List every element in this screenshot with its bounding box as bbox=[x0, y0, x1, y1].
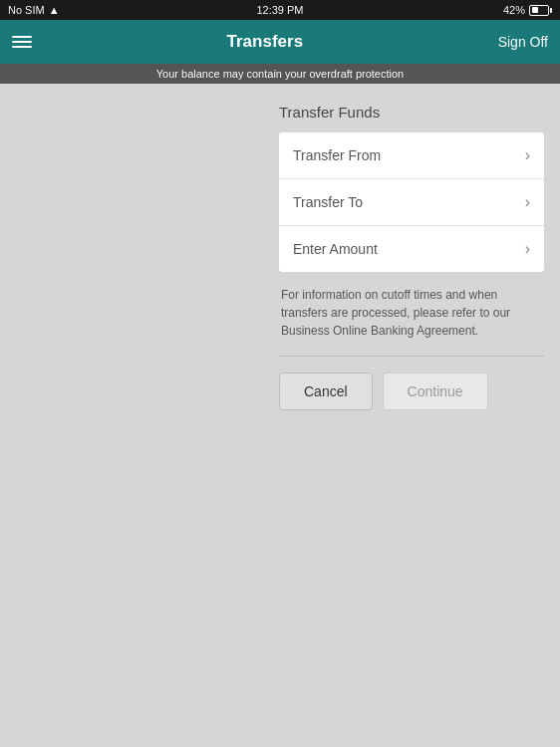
continue-button[interactable]: Continue bbox=[383, 373, 488, 410]
notification-bar: Your balance may contain your overdraft … bbox=[0, 64, 560, 84]
divider bbox=[279, 356, 544, 357]
status-bar-left: No SIM ▲ bbox=[8, 4, 60, 16]
sign-off-button[interactable]: Sign Off bbox=[498, 34, 548, 50]
transfer-to-label: Transfer To bbox=[293, 194, 363, 210]
page-title: Transfers bbox=[227, 32, 304, 52]
transfer-form-card: Transfer From › Transfer To › Enter Amou… bbox=[279, 132, 544, 272]
battery-percent: 42% bbox=[503, 4, 525, 16]
enter-amount-label: Enter Amount bbox=[293, 241, 378, 257]
cancel-button[interactable]: Cancel bbox=[279, 373, 373, 410]
enter-amount-row[interactable]: Enter Amount › bbox=[279, 226, 544, 272]
menu-icon[interactable] bbox=[12, 36, 32, 48]
sidebar bbox=[0, 84, 279, 745]
transfer-from-row[interactable]: Transfer From › bbox=[279, 132, 544, 179]
battery-icon bbox=[529, 5, 552, 16]
right-panel: Transfer Funds Transfer From › Transfer … bbox=[279, 84, 560, 745]
section-title: Transfer Funds bbox=[279, 104, 544, 121]
transfer-from-label: Transfer From bbox=[293, 147, 381, 163]
transfer-from-chevron-icon: › bbox=[525, 146, 530, 164]
info-text: For information on cutoff times and when… bbox=[279, 286, 544, 340]
status-bar-right: 42% bbox=[503, 4, 552, 16]
main-content: Transfer Funds Transfer From › Transfer … bbox=[0, 84, 560, 745]
enter-amount-chevron-icon: › bbox=[525, 240, 530, 258]
transfer-to-row[interactable]: Transfer To › bbox=[279, 179, 544, 226]
wifi-icon: ▲ bbox=[49, 4, 60, 16]
signal-text: No SIM bbox=[8, 4, 45, 16]
button-row: Cancel Continue bbox=[279, 373, 544, 410]
nav-bar: Transfers Sign Off bbox=[0, 20, 560, 64]
status-bar: No SIM ▲ 12:39 PM 42% bbox=[0, 0, 560, 20]
status-bar-time: 12:39 PM bbox=[256, 4, 303, 16]
notification-text: Your balance may contain your overdraft … bbox=[156, 68, 404, 80]
transfer-to-chevron-icon: › bbox=[525, 193, 530, 211]
